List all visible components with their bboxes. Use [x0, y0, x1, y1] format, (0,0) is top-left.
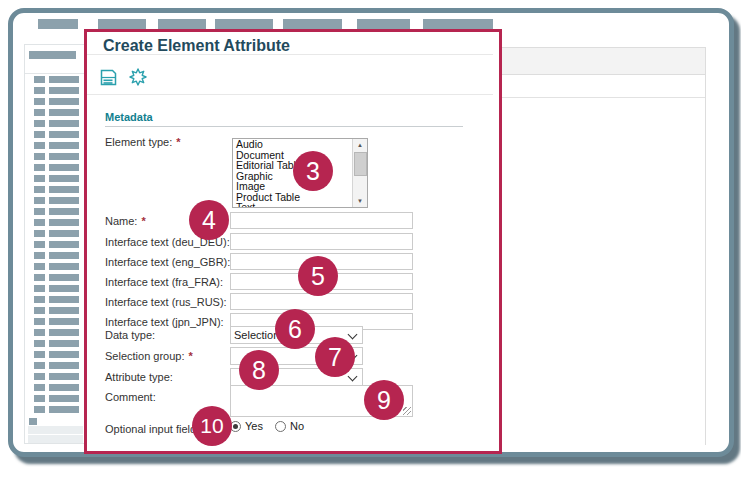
comment-label: Comment: — [105, 391, 156, 403]
redacted-table-row — [25, 384, 85, 391]
element-type-label: Element type:* — [105, 136, 181, 148]
table-header-divider — [25, 73, 85, 74]
redacted-table-row — [25, 241, 85, 248]
nav-placeholder-block — [158, 19, 206, 29]
redacted-table-row — [25, 186, 85, 193]
cell-placeholder — [49, 384, 79, 391]
redacted-table-row — [25, 219, 85, 226]
attribute-type-label: Attribute type: — [105, 371, 173, 383]
annotation-badge-10: 10 — [192, 406, 232, 446]
screenshot-canvas: Create Element Attribute Metadata Elemen… — [0, 0, 741, 479]
interface-text-rus-label: Interface text (rus_RUS): — [105, 296, 227, 308]
cell-placeholder — [49, 164, 79, 171]
nav-placeholder-block — [215, 19, 273, 29]
redacted-table-row — [25, 318, 85, 325]
save-button[interactable] — [97, 66, 119, 88]
cell-placeholder — [34, 395, 45, 402]
redacted-table-row — [25, 230, 85, 237]
cell-placeholder — [49, 175, 79, 182]
cell-placeholder — [49, 252, 79, 259]
cell-placeholder — [34, 186, 45, 193]
interface-text-fra-label: Interface text (fra_FRA): — [105, 276, 223, 288]
cell-placeholder — [49, 98, 79, 105]
redacted-table-row — [25, 285, 85, 292]
table-footer-bar — [28, 426, 83, 434]
radio-no[interactable] — [275, 421, 286, 432]
cell-placeholder — [49, 318, 79, 325]
cell-placeholder — [49, 76, 79, 83]
redacted-table-row — [25, 120, 85, 127]
table-header-placeholder — [29, 51, 76, 59]
required-asterisk: * — [189, 350, 193, 362]
cell-placeholder — [49, 307, 79, 314]
cell-placeholder — [34, 340, 45, 347]
redacted-table-row — [25, 252, 85, 259]
cell-placeholder — [34, 76, 45, 83]
cell-placeholder — [34, 373, 45, 380]
required-asterisk: * — [176, 136, 180, 148]
table-footer-bar — [28, 435, 83, 443]
nav-placeholder-block — [98, 19, 146, 29]
listbox-option[interactable]: Audio — [233, 139, 367, 150]
table-cell-placeholder — [29, 418, 37, 425]
scrollbar-thumb[interactable] — [354, 152, 367, 176]
name-label: Name:* — [105, 215, 146, 227]
save-icon — [99, 68, 118, 87]
redacted-table-row — [25, 142, 85, 149]
redacted-table-row — [25, 98, 85, 105]
resize-handle[interactable] — [403, 407, 411, 415]
redacted-table-row — [25, 406, 85, 413]
annotation-badge-8: 8 — [239, 350, 279, 390]
redacted-table-row — [25, 351, 85, 358]
settings-button[interactable] — [127, 66, 149, 88]
redacted-table-row — [25, 197, 85, 204]
cell-placeholder — [49, 186, 79, 193]
redacted-table-row — [25, 395, 85, 402]
cell-placeholder — [34, 351, 45, 358]
cell-placeholder — [34, 131, 45, 138]
scrollbar-down-button[interactable]: ▼ — [353, 195, 367, 207]
cell-placeholder — [34, 208, 45, 215]
cell-placeholder — [49, 263, 79, 270]
optional-input-radio-group: Yes No — [230, 420, 316, 432]
divider — [87, 94, 493, 95]
scrollbar-up-button[interactable]: ▲ — [353, 139, 367, 151]
radio-no-label: No — [290, 420, 304, 432]
left-data-table — [24, 44, 85, 444]
cell-placeholder — [49, 131, 79, 138]
cell-placeholder — [49, 395, 79, 402]
cell-placeholder — [34, 406, 45, 413]
cell-placeholder — [34, 230, 45, 237]
annotation-badge-3: 3 — [293, 151, 333, 191]
cell-placeholder — [34, 197, 45, 204]
cell-placeholder — [34, 219, 45, 226]
annotation-badge-5: 5 — [298, 256, 338, 296]
cell-placeholder — [34, 274, 45, 281]
cell-placeholder — [34, 175, 45, 182]
cell-placeholder — [34, 142, 45, 149]
redacted-table-row — [25, 373, 85, 380]
cell-placeholder — [49, 340, 79, 347]
name-input[interactable] — [230, 212, 413, 229]
cell-placeholder — [49, 351, 79, 358]
listbox-scrollbar[interactable]: ▲ ▼ — [352, 139, 367, 207]
cell-placeholder — [34, 241, 45, 248]
section-underline — [105, 126, 463, 127]
interface-text-deu-input[interactable] — [230, 233, 413, 250]
cell-placeholder — [34, 252, 45, 259]
cell-placeholder — [49, 329, 79, 336]
burst-star-icon — [129, 68, 147, 86]
redacted-table-row — [25, 76, 85, 83]
cell-placeholder — [34, 164, 45, 171]
nav-placeholder-block — [423, 19, 493, 29]
redacted-table-row — [25, 131, 85, 138]
redacted-table-row — [25, 109, 85, 116]
dialog-title: Create Element Attribute — [103, 37, 290, 55]
redacted-table-row — [25, 164, 85, 171]
nav-placeholder-block — [357, 19, 410, 29]
nav-placeholder-block — [283, 19, 342, 29]
listbox-option[interactable]: Text — [233, 202, 367, 208]
cell-placeholder — [49, 296, 79, 303]
cell-placeholder — [49, 241, 79, 248]
selected-value: Selection — [234, 329, 279, 341]
